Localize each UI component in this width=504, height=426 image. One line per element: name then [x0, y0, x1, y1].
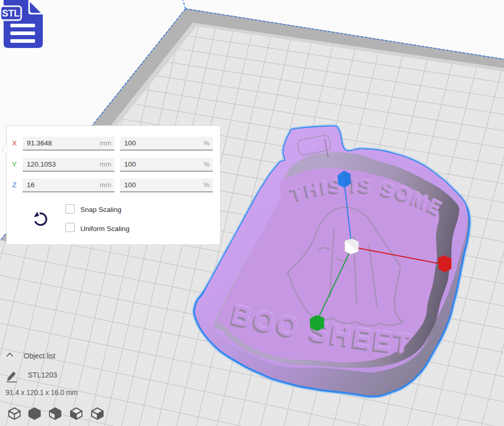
- svg-text:STL: STL: [2, 8, 20, 19]
